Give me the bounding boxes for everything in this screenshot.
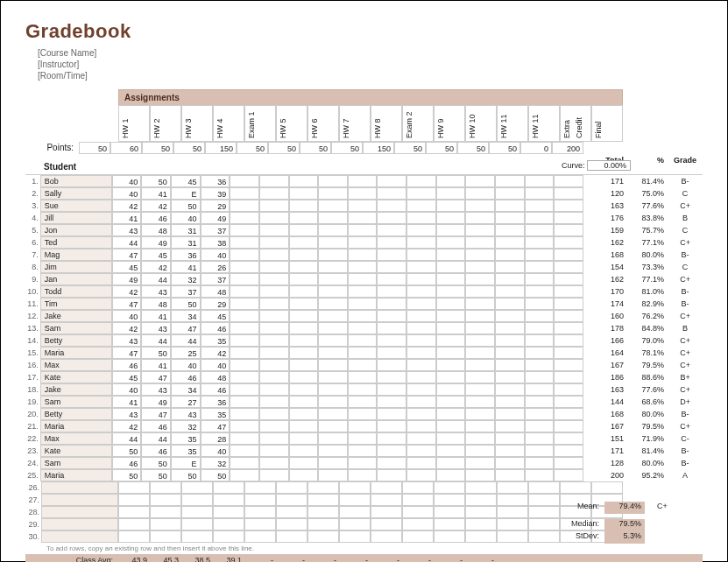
score-cell[interactable]: 40 — [201, 249, 230, 261]
score-cell[interactable]: 42 — [112, 322, 142, 334]
score-cell[interactable] — [436, 298, 466, 310]
score-cell[interactable] — [436, 187, 466, 200]
score-cell[interactable] — [230, 212, 259, 224]
score-cell[interactable]: 32 — [201, 457, 230, 469]
score-cell[interactable] — [259, 322, 289, 334]
score-cell[interactable] — [377, 236, 406, 249]
score-cell[interactable]: 35 — [171, 432, 201, 445]
score-cell[interactable] — [289, 334, 319, 347]
score-cell[interactable] — [554, 396, 583, 408]
score-cell[interactable] — [230, 408, 259, 420]
score-cell[interactable] — [289, 396, 319, 408]
student-name[interactable]: Jake — [40, 310, 112, 322]
score-cell[interactable]: 44 — [141, 273, 171, 285]
points-cell[interactable]: 50 — [426, 142, 457, 154]
student-name[interactable]: Tim — [40, 298, 112, 310]
score-cell[interactable] — [554, 383, 583, 396]
score-cell[interactable] — [348, 432, 378, 445]
score-cell[interactable] — [436, 273, 466, 285]
score-cell[interactable] — [348, 469, 378, 481]
score-cell[interactable]: 50 — [201, 469, 230, 481]
score-cell[interactable] — [436, 310, 466, 322]
score-cell[interactable] — [465, 285, 495, 298]
score-cell[interactable] — [406, 285, 436, 298]
score-cell[interactable] — [348, 273, 378, 285]
score-cell[interactable] — [289, 249, 319, 261]
score-cell[interactable] — [495, 322, 525, 334]
student-name[interactable]: Jake — [40, 383, 112, 396]
score-cell[interactable]: 39 — [201, 187, 230, 200]
points-cell[interactable]: 0 — [520, 142, 552, 154]
score-cell[interactable] — [554, 445, 583, 457]
score-cell[interactable]: 37 — [171, 285, 201, 298]
score-cell[interactable] — [348, 420, 378, 432]
score-cell[interactable]: 49 — [112, 273, 142, 285]
score-cell[interactable]: 50 — [171, 469, 201, 481]
points-cell[interactable]: 60 — [110, 142, 142, 154]
score-cell[interactable]: 38 — [201, 236, 230, 249]
score-cell[interactable] — [525, 187, 555, 200]
score-cell[interactable] — [465, 457, 495, 469]
score-cell[interactable] — [259, 298, 289, 310]
score-cell[interactable]: 45 — [112, 371, 142, 383]
score-cell[interactable] — [406, 408, 436, 420]
score-cell[interactable] — [406, 383, 436, 396]
score-cell[interactable] — [495, 347, 525, 359]
student-name[interactable]: Jim — [40, 261, 112, 273]
score-cell[interactable]: E — [171, 457, 201, 469]
score-cell[interactable] — [554, 261, 583, 273]
score-cell[interactable]: 43 — [141, 322, 171, 334]
score-cell[interactable] — [318, 273, 348, 285]
score-cell[interactable] — [406, 347, 436, 359]
score-cell[interactable] — [465, 420, 495, 432]
score-cell[interactable] — [465, 200, 495, 212]
score-cell[interactable]: 42 — [201, 347, 230, 359]
score-cell[interactable]: 42 — [112, 285, 142, 298]
score-cell[interactable] — [436, 359, 466, 371]
score-cell[interactable] — [377, 273, 406, 285]
score-cell[interactable] — [554, 175, 583, 187]
score-cell[interactable] — [436, 200, 466, 212]
score-cell[interactable] — [465, 273, 495, 285]
score-cell[interactable] — [230, 298, 259, 310]
score-cell[interactable]: 44 — [141, 334, 171, 347]
score-cell[interactable] — [318, 445, 348, 457]
score-cell[interactable] — [318, 408, 348, 420]
score-cell[interactable]: 48 — [201, 371, 230, 383]
score-cell[interactable]: 50 — [112, 445, 142, 457]
score-cell[interactable] — [377, 432, 406, 445]
score-cell[interactable]: 41 — [112, 396, 142, 408]
score-cell[interactable] — [465, 469, 495, 481]
score-cell[interactable]: 48 — [201, 285, 230, 298]
score-cell[interactable] — [495, 383, 525, 396]
score-cell[interactable] — [465, 212, 495, 224]
score-cell[interactable] — [554, 187, 583, 200]
score-cell[interactable]: 40 — [112, 187, 142, 200]
student-name[interactable]: Maria — [40, 347, 112, 359]
score-cell[interactable] — [436, 469, 466, 481]
score-cell[interactable]: 44 — [112, 432, 142, 445]
score-cell[interactable] — [348, 396, 378, 408]
score-cell[interactable] — [289, 273, 319, 285]
points-cell[interactable]: 50 — [457, 142, 489, 154]
score-cell[interactable] — [436, 347, 466, 359]
score-cell[interactable] — [230, 273, 259, 285]
score-cell[interactable] — [436, 285, 466, 298]
score-cell[interactable] — [259, 273, 289, 285]
score-cell[interactable] — [377, 334, 406, 347]
score-cell[interactable] — [230, 383, 259, 396]
score-cell[interactable] — [406, 420, 436, 432]
student-name[interactable]: Sally — [40, 187, 112, 200]
score-cell[interactable] — [495, 359, 525, 371]
score-cell[interactable] — [230, 175, 259, 187]
score-cell[interactable]: 35 — [201, 334, 230, 347]
score-cell[interactable] — [495, 432, 525, 445]
score-cell[interactable] — [436, 249, 466, 261]
score-cell[interactable] — [318, 285, 348, 298]
score-cell[interactable] — [525, 371, 555, 383]
score-cell[interactable] — [554, 469, 583, 481]
score-cell[interactable] — [230, 200, 259, 212]
score-cell[interactable] — [525, 408, 555, 420]
points-cell[interactable]: 50 — [79, 142, 110, 154]
score-cell[interactable] — [525, 396, 555, 408]
